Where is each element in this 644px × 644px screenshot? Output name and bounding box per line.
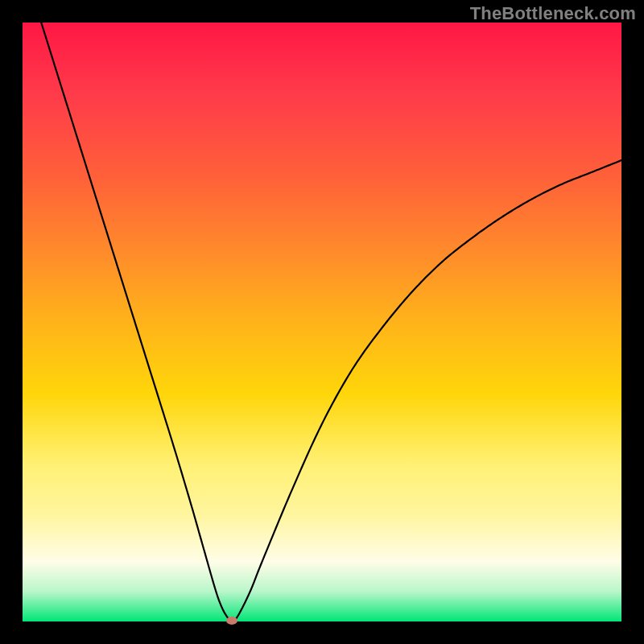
plot-area: [23, 23, 621, 621]
bottleneck-curve: [23, 23, 621, 621]
watermark-text: TheBottleneck.com: [470, 3, 636, 24]
chart-stage: TheBottleneck.com: [0, 0, 644, 644]
optimum-marker: [226, 617, 237, 625]
